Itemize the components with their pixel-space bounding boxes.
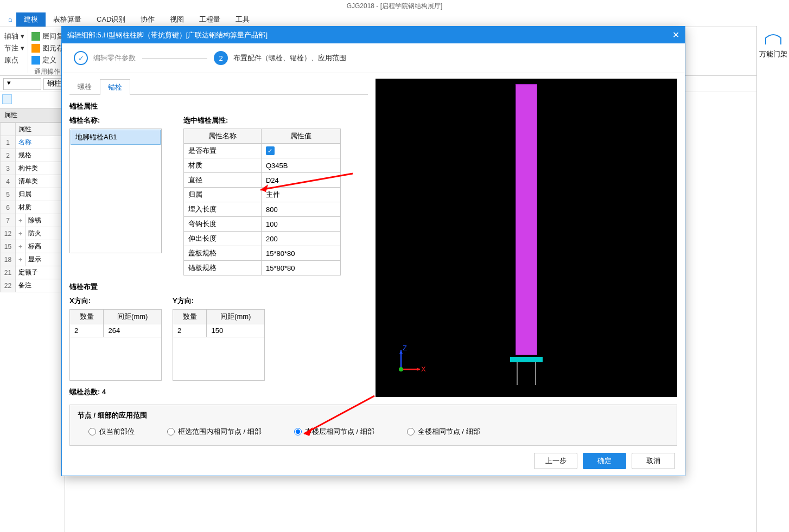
- attr-name: 直径: [184, 173, 262, 188]
- section-anchor-props: 锚栓属性: [69, 101, 368, 111]
- dialog-title: 编辑细部:5.H型钢柱柱脚（带抗剪键）[广联达钢结构算量产品部]: [67, 30, 268, 40]
- save-icon: [31, 44, 40, 53]
- attr-name: 盖板规格: [184, 246, 262, 261]
- prop-row[interactable]: 清单类: [16, 175, 65, 188]
- scope-opt-2[interactable]: 本楼层相同节点 / 细部: [294, 427, 374, 437]
- x-direction-label: X方向:: [69, 296, 162, 306]
- wizard-steps: ✓ 编辑零件参数 2 布置配件（螺栓、锚栓）、应用范围: [62, 43, 685, 73]
- attr-header-name: 属性名称: [184, 129, 262, 144]
- xy-header: 数量: [70, 310, 104, 324]
- attr-name: 是否布置: [184, 144, 262, 158]
- step-1[interactable]: ✓ 编辑零件参数: [74, 51, 136, 65]
- svg-text:Z: Z: [403, 345, 407, 352]
- xy-header: 间距(mm): [104, 310, 162, 324]
- menu-tab-6[interactable]: 工具: [228, 12, 257, 27]
- ribbon-aux-axis[interactable]: 辅轴 ▾: [4, 30, 24, 42]
- y-direction-label: Y方向:: [173, 296, 265, 306]
- prop-row-name[interactable]: 名称: [16, 136, 65, 149]
- step-label: 编辑零件参数: [93, 53, 136, 63]
- attr-value[interactable]: 主件: [261, 188, 340, 202]
- attr-value[interactable]: D24: [261, 173, 340, 188]
- home-icon[interactable]: ⌂: [4, 15, 16, 23]
- panel-toggle-icon[interactable]: [2, 94, 12, 104]
- attr-value-check[interactable]: ✓: [261, 144, 340, 158]
- preview-anchor: [517, 362, 518, 385]
- menu-tab-5[interactable]: 工程量: [192, 12, 228, 27]
- sidebar-item-label[interactable]: 万能门架: [757, 49, 789, 59]
- attr-value[interactable]: 15*80*80: [261, 246, 340, 261]
- check-icon[interactable]: ✓: [266, 146, 275, 155]
- selected-anchor-label: 选中锚栓属性:: [183, 116, 341, 125]
- attr-value[interactable]: Q345B: [261, 158, 340, 173]
- tab-bolt[interactable]: 螺栓: [69, 79, 100, 94]
- props-table: 属性 1名称 2规格 3构件类 4清单类 5归属 6材质 7+除锈 12+防火 …: [0, 123, 65, 292]
- attr-name: 材质: [184, 158, 262, 173]
- menu-tab-1[interactable]: 表格算量: [46, 12, 89, 27]
- expand-icon[interactable]: +: [16, 227, 26, 240]
- ribbon-annotation[interactable]: 节注 ▾: [4, 42, 24, 54]
- anchor-list-item[interactable]: 地脚锚栓AB1: [71, 130, 161, 145]
- menu-tab-2[interactable]: CAD识别: [89, 12, 133, 27]
- ribbon-elem-save[interactable]: 图元存: [31, 42, 63, 54]
- close-icon[interactable]: ✕: [672, 30, 679, 40]
- define-icon: [31, 56, 40, 65]
- ribbon-origin[interactable]: 原点: [4, 54, 24, 66]
- scope-opt-0[interactable]: 仅当前部位: [88, 427, 135, 437]
- y-table-body[interactable]: [173, 337, 265, 381]
- scope-opt-1[interactable]: 框选范围内相同节点 / 细部: [167, 427, 262, 437]
- menu-tab-3[interactable]: 协作: [133, 12, 162, 27]
- y-count[interactable]: 2: [173, 324, 207, 337]
- scope-opt-3[interactable]: 全楼相同节点 / 细部: [407, 427, 480, 437]
- dialog-title-bar[interactable]: 编辑细部:5.H型钢柱柱脚（带抗剪键）[广联达钢结构算量产品部] ✕: [62, 27, 685, 43]
- x-spacing[interactable]: 264: [104, 324, 162, 337]
- properties-panel: 属性 属性 1名称 2规格 3构件类 4清单类 5归属 6材质 7+除锈 12+…: [0, 92, 65, 532]
- prop-row[interactable]: 显示: [26, 253, 65, 266]
- axis-gizmo[interactable]: X Z: [393, 345, 425, 377]
- app-title: GJG2018 - [启程学院钢结构展厅]: [0, 0, 789, 12]
- x-table-body[interactable]: [69, 337, 162, 381]
- prop-row[interactable]: 材质: [16, 201, 65, 214]
- x-table: 数量间距(mm) 2264: [69, 309, 162, 337]
- menu-tab-4[interactable]: 视图: [162, 12, 192, 27]
- x-count[interactable]: 2: [70, 324, 104, 337]
- prop-row[interactable]: 构件类: [16, 162, 65, 175]
- total-value: 4: [102, 388, 106, 396]
- anchor-list[interactable]: 地脚锚栓AB1: [69, 129, 162, 253]
- attr-value[interactable]: 200: [261, 232, 340, 246]
- prop-row[interactable]: 定额子: [16, 266, 65, 279]
- y-table: 数量间距(mm) 2150: [173, 309, 265, 337]
- step-connector: [142, 58, 207, 59]
- prop-row[interactable]: 归属: [16, 188, 65, 201]
- anchor-attr-table: 属性名称属性值 是否布置✓ 材质Q345B 直径D24 归属主件 埋入长度800…: [183, 129, 341, 275]
- prop-row[interactable]: 防火: [26, 227, 65, 240]
- ok-button[interactable]: 确定: [583, 453, 626, 469]
- cancel-button[interactable]: 取消: [632, 453, 675, 469]
- type-selector-blank[interactable]: ▾: [3, 78, 41, 90]
- prop-row[interactable]: 规格: [16, 149, 65, 162]
- attr-name: 归属: [184, 188, 262, 202]
- prev-button[interactable]: 上一步: [534, 453, 577, 469]
- y-spacing[interactable]: 150: [207, 324, 265, 337]
- ribbon-floor-copy[interactable]: 层间复: [31, 30, 63, 42]
- step-badge-number: 2: [214, 51, 228, 65]
- attr-value[interactable]: 15*80*80: [261, 261, 340, 275]
- attr-value[interactable]: 100: [261, 217, 340, 232]
- tab-anchor[interactable]: 锚栓: [100, 79, 130, 95]
- step-2[interactable]: 2 布置配件（螺栓、锚栓）、应用范围: [214, 51, 346, 65]
- arch-icon[interactable]: [763, 30, 783, 46]
- prop-row[interactable]: 除锈: [26, 214, 65, 227]
- expand-icon[interactable]: +: [16, 240, 26, 253]
- expand-icon[interactable]: +: [16, 253, 26, 266]
- ribbon-define[interactable]: 定义: [31, 54, 63, 66]
- attr-name: 埋入长度: [184, 202, 262, 217]
- edit-detail-dialog: 编辑细部:5.H型钢柱柱脚（带抗剪键）[广联达钢结构算量产品部] ✕ ✓ 编辑零…: [61, 26, 685, 476]
- attr-value[interactable]: 800: [261, 202, 340, 217]
- props-col-header: 属性: [16, 123, 65, 136]
- anchor-name-label: 锚栓名称:: [69, 116, 162, 125]
- prop-row[interactable]: 标高: [26, 240, 65, 253]
- expand-icon[interactable]: +: [16, 214, 26, 227]
- preview-3d[interactable]: X Z: [376, 79, 677, 397]
- menu-tab-0[interactable]: 建模: [16, 12, 46, 27]
- preview-column: [516, 84, 537, 355]
- prop-row[interactable]: 备注: [16, 279, 65, 292]
